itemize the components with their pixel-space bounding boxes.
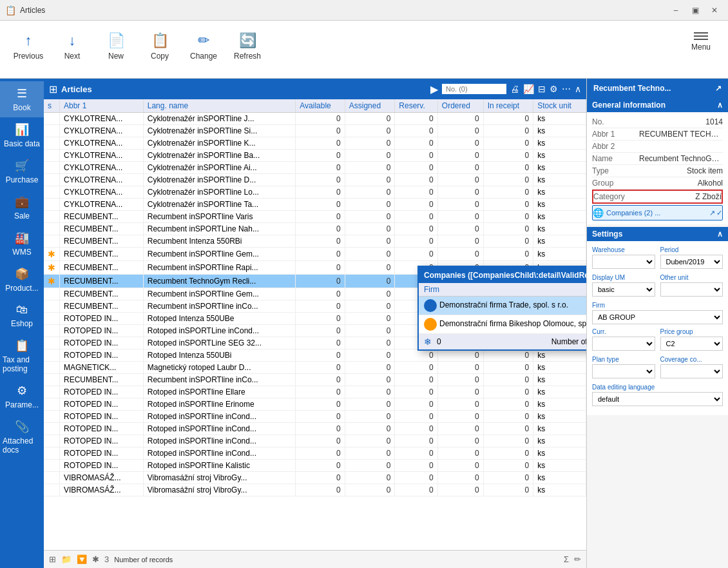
popup-table-row[interactable]: Demonstrační firma Trade, spol. s r.o.ZS bbox=[419, 297, 586, 315]
cell-lang-name: Recumbent inSPORTline Gem... bbox=[143, 288, 296, 300]
product-icon: 📦 bbox=[15, 267, 29, 281]
sidebar-item-sale[interactable]: 💼 Sale bbox=[0, 190, 44, 226]
warehouse-period-row: Warehouse Period Duben/2019 bbox=[592, 246, 723, 269]
cell-lang-name: Cyklotrenažér inSPORTline D... bbox=[143, 174, 296, 186]
table-row[interactable]: ROTOPED IN...Rotoped Intenza 550UBi00000… bbox=[44, 349, 586, 362]
table-row[interactable]: CYKLOTRENA...Cyklotrenažér inSPORTline S… bbox=[44, 125, 586, 137]
table-row[interactable]: ROTOPED IN...Rotoped inSPORTline inCond.… bbox=[44, 423, 586, 435]
table-row[interactable]: RECUMBENT...Recumbent inSPORTLine Nah...… bbox=[44, 223, 586, 235]
table-row[interactable]: CYKLOTRENA...Cyklotrenažér inSPORTline D… bbox=[44, 174, 586, 186]
companies-popup: Companies ([CompaniesChild\:detail\Valid… bbox=[417, 266, 586, 351]
previous-button[interactable]: ↑ Previous bbox=[8, 27, 49, 72]
table-row[interactable]: CYKLOTRENA...Cyklotrenažér inSPORTline L… bbox=[44, 186, 586, 199]
footer-edit-icon[interactable]: ✏ bbox=[574, 554, 581, 564]
firm-select[interactable]: AB GROUP bbox=[592, 310, 723, 324]
cell-ordered: 0 bbox=[437, 460, 483, 472]
menu-button[interactable]: Menu bbox=[682, 27, 720, 72]
sidebar-item-basic-data[interactable]: 📊 Basic data bbox=[0, 117, 44, 153]
table-row[interactable]: ROTOPED IN...Rotoped inSPORTline Kalisti… bbox=[44, 460, 586, 472]
table-row[interactable]: CYKLOTRENA...Cyklotrenažér inSPORTline K… bbox=[44, 137, 586, 150]
col-header-s[interactable]: s bbox=[44, 99, 60, 113]
general-info-header[interactable]: General information ∧ bbox=[587, 98, 728, 112]
companies-check-icon[interactable]: ✓ bbox=[716, 209, 722, 217]
plan-type-select[interactable] bbox=[592, 364, 655, 378]
popup-table-row[interactable]: Demonstrační firma Bikeshop Olomouc, spo… bbox=[419, 315, 586, 334]
curr-select[interactable] bbox=[592, 337, 655, 351]
settings-header[interactable]: Settings ∧ bbox=[587, 227, 728, 241]
data-editing-lang-select[interactable]: default bbox=[592, 392, 723, 406]
cell-in-receipt: 0 bbox=[483, 174, 533, 186]
warehouse-select[interactable] bbox=[592, 255, 655, 269]
companies-external-link-icon[interactable]: ↗ bbox=[709, 209, 715, 217]
coverage-select[interactable] bbox=[660, 364, 723, 378]
collapse-icon[interactable]: ⋯ bbox=[562, 84, 571, 94]
change-button[interactable]: ✏ Change bbox=[183, 27, 224, 72]
sidebar-item-purchase[interactable]: 🛒 Purchase bbox=[0, 153, 44, 190]
table-row[interactable]: MAGNETICK...Magnetický rotoped Laubr D..… bbox=[44, 362, 586, 374]
sidebar-item-book[interactable]: ☰ Book bbox=[0, 81, 44, 117]
table-row[interactable]: ROTOPED IN...Rotoped inSPORTline inCond.… bbox=[44, 447, 586, 460]
table-expand-arrow[interactable]: ▶ bbox=[430, 83, 438, 95]
sidebar-item-eshop[interactable]: 🛍 Eshop bbox=[0, 298, 44, 333]
next-label: Next bbox=[64, 52, 81, 61]
table-row[interactable]: ROTOPED IN...Rotoped inSPORTline inCond.… bbox=[44, 435, 586, 447]
other-unit-select[interactable] bbox=[660, 282, 723, 297]
display-um-select[interactable]: basic bbox=[592, 282, 655, 297]
settings-icon[interactable]: ⚙ bbox=[550, 84, 558, 94]
sidebar-item-wms[interactable]: 🏭 WMS bbox=[0, 226, 44, 262]
table-row[interactable]: CYKLOTRENA...Cyklotrenažér inSPORTline J… bbox=[44, 113, 586, 125]
print-icon[interactable]: 🖨 bbox=[510, 84, 519, 94]
no-field[interactable] bbox=[442, 84, 506, 94]
table-row[interactable]: ✱RECUMBENT...Recumbent inSPORTline Gem..… bbox=[44, 248, 586, 261]
sidebar-item-tax-posting[interactable]: 📋 Tax and posting bbox=[0, 333, 44, 378]
col-header-stock-unit[interactable]: Stock unit bbox=[533, 99, 586, 113]
copy-button[interactable]: 📋 Copy bbox=[139, 27, 180, 72]
col-header-available[interactable]: Available bbox=[296, 99, 345, 113]
new-button[interactable]: 📄 New bbox=[95, 27, 137, 72]
col-header-reserv[interactable]: Reserv. bbox=[395, 99, 437, 113]
footer-sum-icon[interactable]: Σ bbox=[564, 554, 569, 564]
expand-icon[interactable]: ∧ bbox=[575, 84, 581, 94]
footer-folder-icon[interactable]: 📁 bbox=[61, 554, 72, 564]
table-row[interactable]: VIBROMASÁŽ...Vibromasážní stroj VibroGy.… bbox=[44, 472, 586, 484]
refresh-button[interactable]: 🔄 Refresh bbox=[227, 27, 268, 72]
table-row[interactable]: ROTOPED IN...Rotoped inSPORTline Erinome… bbox=[44, 398, 586, 411]
companies-row[interactable]: 🌐 Companies (2) ... ↗ ✓ bbox=[592, 205, 723, 220]
chart-icon[interactable]: 📈 bbox=[523, 84, 534, 94]
table-row[interactable]: VIBROMASÁŽ...Vibromasážní stroj VibroGy.… bbox=[44, 484, 586, 496]
sidebar-item-parame[interactable]: ⚙ Parame... bbox=[0, 378, 44, 415]
table-row[interactable]: CYKLOTRENA...Cyklotrenažér inSPORTline B… bbox=[44, 150, 586, 162]
footer-star-icon[interactable]: ✱ bbox=[92, 554, 99, 564]
price-group-select[interactable]: C2 bbox=[660, 337, 723, 351]
table-row[interactable]: ROTOPED IN...Rotoped inSPORTline Ellare0… bbox=[44, 386, 586, 398]
table-row[interactable]: ROTOPED IN...Rotoped inSPORTline inCond.… bbox=[44, 411, 586, 423]
general-info-collapse-icon: ∧ bbox=[717, 101, 723, 110]
footer-filter-icon[interactable]: 🔽 bbox=[77, 554, 87, 564]
right-panel-external-link-icon[interactable]: ↗ bbox=[715, 84, 722, 93]
next-button[interactable]: ↓ Next bbox=[52, 27, 93, 72]
sidebar-item-label-book: Book bbox=[13, 103, 30, 112]
footer-grid-icon[interactable]: ⊞ bbox=[49, 554, 56, 564]
col-header-assigned[interactable]: Assigned bbox=[345, 99, 395, 113]
table-row[interactable]: RECUMBENT...Recumbent inSPORTline inCo..… bbox=[44, 374, 586, 386]
cell-reserv: 0 bbox=[395, 199, 437, 211]
sidebar-item-attached-docs[interactable]: 📎 Attached docs bbox=[0, 415, 44, 460]
col-header-ordered[interactable]: Ordered bbox=[437, 99, 483, 113]
cell-reserv: 0 bbox=[395, 162, 437, 174]
table-row[interactable]: RECUMBENT...Recumbent inSPORTline Varis0… bbox=[44, 211, 586, 223]
table-footer: ⊞ 📁 🔽 ✱ 3 Number of records Σ ✏ bbox=[44, 550, 586, 568]
sidebar-item-product[interactable]: 📦 Product... bbox=[0, 262, 44, 298]
period-select[interactable]: Duben/2019 bbox=[660, 255, 723, 269]
column-icon[interactable]: ⊟ bbox=[538, 84, 546, 94]
col-header-in-receipt[interactable]: In receipt bbox=[483, 99, 533, 113]
table-row[interactable]: CYKLOTRENA...Cyklotrenažér inSPORTline T… bbox=[44, 199, 586, 211]
minimize-button[interactable]: – bbox=[667, 4, 684, 17]
table-row[interactable]: CYKLOTRENA...Cyklotrenažér inSPORTline A… bbox=[44, 162, 586, 174]
col-header-lang-name[interactable]: Lang. name bbox=[143, 99, 296, 113]
maximize-button[interactable]: ▣ bbox=[687, 4, 704, 17]
col-header-abbr1[interactable]: Abbr 1 bbox=[60, 99, 144, 113]
table-row[interactable]: RECUMBENT...Recumbent Intenza 550RBi0000… bbox=[44, 235, 586, 248]
cell-lang-name: Rotoped inSPORTLine SEG 32... bbox=[143, 337, 296, 349]
close-button[interactable]: ✕ bbox=[706, 4, 723, 17]
cell-assigned: 0 bbox=[345, 223, 395, 235]
